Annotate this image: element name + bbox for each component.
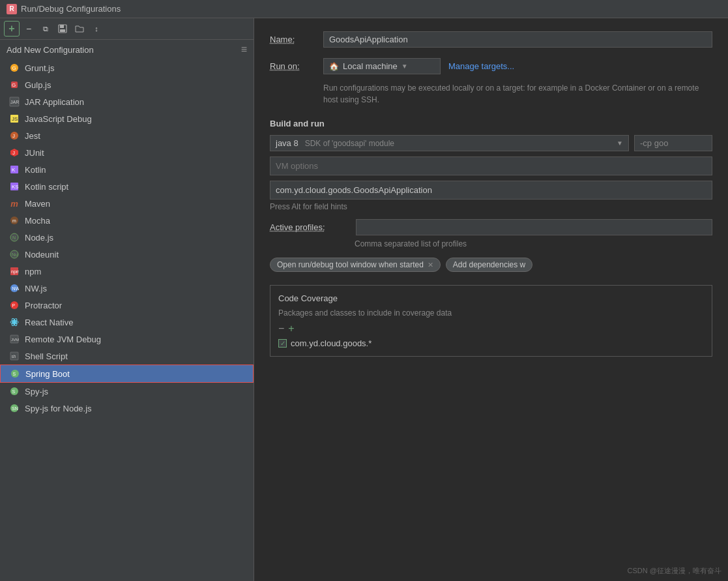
- config-list: G Grunt.js G Gulp.js JAR JAR Application: [0, 59, 254, 581]
- sort-button[interactable]: ↕: [89, 21, 104, 37]
- svg-text:K: K: [12, 167, 16, 173]
- list-item[interactable]: JVM Remote JVM Debug: [0, 331, 254, 348]
- save-config-button[interactable]: [55, 21, 70, 37]
- kotlin-icon: K: [9, 164, 20, 175]
- add-config-button[interactable]: +: [4, 21, 20, 37]
- list-item[interactable]: N Node.js: [0, 229, 254, 246]
- list-item[interactable]: K Kotlin: [0, 161, 254, 178]
- list-item[interactable]: m Maven: [0, 195, 254, 212]
- list-item[interactable]: J JUnit: [0, 144, 254, 161]
- dropdown-arrow-icon: ▼: [401, 63, 408, 70]
- list-item[interactable]: G Grunt.js: [0, 59, 254, 76]
- svg-text:S: S: [12, 389, 16, 394]
- run-on-dropdown[interactable]: 🏠 Local machine ▼: [323, 58, 441, 74]
- name-input[interactable]: [323, 31, 712, 48]
- jar-icon: JAR: [9, 97, 20, 107]
- shell-script-icon: sh: [9, 351, 20, 361]
- list-item[interactable]: JAR JAR Application: [0, 93, 254, 110]
- list-item[interactable]: G Gulp.js: [0, 76, 254, 93]
- config-header-options-icon[interactable]: ≡: [241, 44, 247, 55]
- jest-icon: J: [9, 130, 20, 141]
- list-item[interactable]: KS Kotlin script: [0, 178, 254, 195]
- coverage-remove-button[interactable]: −: [278, 323, 284, 335]
- list-item[interactable]: Nu Nodeunit: [0, 246, 254, 263]
- list-item-label: Nodeunit: [25, 250, 59, 260]
- main-class-field[interactable]: com.yd.cloud.goods.GoodsApiApplication: [270, 181, 712, 200]
- remote-jvm-icon: JVM: [9, 334, 20, 344]
- list-item[interactable]: P Protractor: [0, 297, 254, 314]
- svg-text:J: J: [12, 133, 15, 139]
- sdk-dropdown[interactable]: java 8 SDK of 'goodsapi' module ▼: [270, 135, 629, 151]
- svg-text:JS: JS: [12, 116, 18, 122]
- active-profiles-label: Active profiles:: [270, 222, 348, 232]
- list-item[interactable]: NW NW.js: [0, 280, 254, 297]
- coverage-title: Code Coverage: [278, 293, 704, 303]
- list-item[interactable]: JS JavaScript Debug: [0, 110, 254, 127]
- tag-label: Add dependencies w: [453, 260, 525, 269]
- tags-row: Open run/debug tool window when started …: [270, 258, 712, 272]
- list-item-label: Maven: [25, 199, 50, 209]
- svg-text:Nu: Nu: [12, 252, 18, 257]
- remove-config-button[interactable]: −: [21, 21, 36, 37]
- list-item-label: JAR Application: [25, 97, 84, 107]
- tag-close-icon[interactable]: ✕: [428, 261, 433, 269]
- active-profiles-input[interactable]: [356, 219, 712, 235]
- copy-config-button[interactable]: ⧉: [38, 21, 53, 37]
- sdk-dropdown-arrow-icon: ▼: [617, 140, 623, 147]
- open-tool-window-tag: Open run/debug tool window when started …: [270, 258, 441, 272]
- profiles-hint: Comma separated list of profiles: [355, 239, 712, 248]
- svg-text:JVM: JVM: [11, 338, 19, 342]
- list-item[interactable]: sh Shell Script: [0, 348, 254, 365]
- run-on-label: Run on:: [270, 61, 315, 71]
- list-item-label: Kotlin: [25, 165, 46, 175]
- sdk-desc: SDK of 'goodsapi' module: [305, 139, 394, 148]
- add-dependencies-tag: Add dependencies w: [446, 258, 532, 272]
- list-item[interactable]: SN Spy-js for Node.js: [0, 400, 254, 417]
- spring-boot-list-item[interactable]: S Spring Boot: [0, 365, 254, 383]
- nodejs-icon: N: [9, 232, 20, 243]
- run-on-value: Local machine: [343, 61, 398, 71]
- hint-text: Press Alt for field hints: [270, 202, 712, 211]
- list-item-label: Mocha: [25, 216, 50, 226]
- list-item-label: React Native: [25, 318, 73, 327]
- nodeunit-icon: Nu: [9, 249, 20, 260]
- coverage-pattern-value: com.yd.cloud.goods.*: [291, 338, 371, 348]
- coverage-pattern-row: ✓ com.yd.cloud.goods.*: [278, 338, 704, 348]
- list-item-label: Spy-js for Node.js: [25, 404, 92, 413]
- title-bar: R Run/Debug Configurations: [0, 0, 728, 18]
- svg-text:m: m: [12, 218, 16, 223]
- coverage-add-button[interactable]: +: [288, 323, 294, 335]
- list-item-label: JUnit: [25, 148, 44, 158]
- list-item[interactable]: J Jest: [0, 127, 254, 144]
- svg-text:KS: KS: [12, 184, 19, 190]
- kotlin-script-icon: KS: [9, 181, 20, 192]
- main-layout: + − ⧉ ↕ Add New Configuration ≡: [0, 18, 728, 581]
- open-folder-button[interactable]: [72, 21, 87, 37]
- vm-options-input[interactable]: [270, 156, 712, 175]
- list-item-label: npm: [25, 267, 41, 276]
- manage-targets-link[interactable]: Manage targets...: [448, 61, 514, 71]
- coverage-controls-row: − +: [278, 323, 704, 335]
- svg-text:SN: SN: [12, 406, 18, 411]
- cp-field[interactable]: -cp goo: [634, 135, 712, 151]
- list-item[interactable]: m Mocha: [0, 212, 254, 229]
- svg-text:sh: sh: [12, 354, 16, 359]
- javascript-debug-icon: JS: [9, 113, 20, 124]
- config-header: Add New Configuration ≡: [0, 40, 254, 59]
- list-item[interactable]: React Native: [0, 314, 254, 331]
- svg-text:NW: NW: [12, 286, 20, 291]
- svg-text:S: S: [13, 372, 16, 376]
- npm-icon: npm: [9, 266, 20, 276]
- svg-text:P: P: [12, 303, 16, 308]
- svg-point-30: [13, 321, 16, 323]
- list-item[interactable]: S Spy-js: [0, 383, 254, 400]
- coverage-checkbox[interactable]: ✓: [278, 339, 287, 348]
- spring-boot-icon: S: [10, 368, 20, 379]
- list-item-label: Kotlin script: [25, 182, 68, 192]
- list-item[interactable]: npm npm: [0, 263, 254, 280]
- nwjs-icon: NW: [9, 283, 20, 293]
- spyjs-icon: S: [9, 386, 20, 396]
- left-panel: + − ⧉ ↕ Add New Configuration ≡: [0, 18, 254, 581]
- code-coverage-section: Code Coverage Packages and classes to in…: [270, 285, 712, 357]
- gulp-icon: G: [9, 80, 20, 90]
